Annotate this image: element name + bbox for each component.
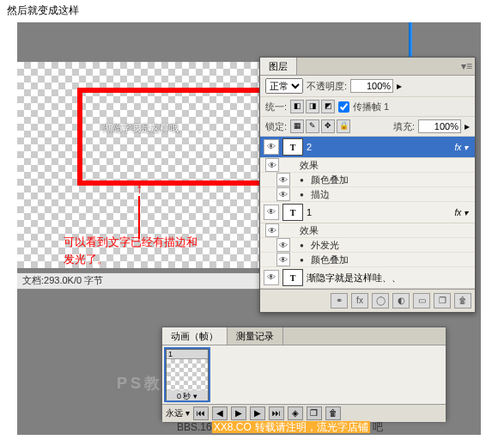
panel-tab-bar: 图层 ▾≡ xyxy=(260,58,475,76)
frame-thumbnail xyxy=(167,359,208,390)
frame-duration[interactable]: 0 秒 ▾ xyxy=(167,390,208,403)
document-canvas[interactable]: 渐隐字我是这样哦、、、 可以看到文字已经有描边和发光了。 xyxy=(17,62,276,268)
tab-animation[interactable]: 动画（帧） xyxy=(162,327,228,345)
canvas-text-layer[interactable]: 渐隐字我是这样哦、、、 xyxy=(103,122,207,135)
anim-tab-bar: 动画（帧） 测量记录 xyxy=(162,327,446,345)
opacity-label: 不透明度: xyxy=(307,80,347,93)
effect-row[interactable]: 👁外发光 xyxy=(260,238,475,253)
annotation-box xyxy=(77,88,268,186)
fill-input[interactable]: 100% xyxy=(418,119,461,133)
layer-item[interactable]: 👁 T 2 fx ▾ xyxy=(260,137,475,158)
layer-name[interactable]: 2 xyxy=(307,142,447,152)
lock-label: 锁定: xyxy=(265,120,287,133)
document-status-bar: 文档:293.0K/0 字节 xyxy=(17,272,287,290)
visibility-icon[interactable]: 👁 xyxy=(264,205,279,220)
opacity-input[interactable]: 100% xyxy=(350,79,393,93)
fill-flyout-icon[interactable]: ▸ xyxy=(465,120,470,132)
source-watermark: BBS.16XX8.CO转载请注明，流光字店铺 吧 xyxy=(177,420,383,435)
animation-frame[interactable]: 1 0 秒 ▾ xyxy=(166,349,209,400)
fill-label: 填充: xyxy=(393,120,415,133)
effect-row[interactable]: 👁颜色叠加 xyxy=(260,253,475,267)
duplicate-frame-icon[interactable]: ❐ xyxy=(307,406,322,420)
frame-strip: 1 0 秒 ▾ xyxy=(162,345,446,404)
delete-layer-icon[interactable]: 🗑 xyxy=(454,293,471,309)
fx-badge[interactable]: fx ▾ xyxy=(451,143,471,152)
layer-thumb-text: T xyxy=(282,269,303,286)
page-caption: 然后就变成这样 xyxy=(0,0,504,21)
layer-item[interactable]: 👁 T 渐隐字就是这样哇、、 xyxy=(260,267,475,289)
animation-panel: 动画（帧） 测量记录 1 0 秒 ▾ 永远 ▾ ⏮ ◀ ▶ ▶ ⏭ ◈ ❐ 🗑 xyxy=(161,327,446,419)
layer-list: 👁 T 2 fx ▾ 👁效果 👁颜色叠加 👁描边 👁 T 1 fx ▾ 👁效果 … xyxy=(260,137,475,289)
layer-name[interactable]: 渐隐字就是这样哇、、 xyxy=(307,272,471,284)
first-frame-icon[interactable]: ⏮ xyxy=(193,406,209,420)
frame-number: 1 xyxy=(167,350,208,359)
panel-menu-icon[interactable]: ▾≡ xyxy=(458,58,475,75)
opacity-flyout-icon[interactable]: ▸ xyxy=(397,80,402,92)
new-layer-icon[interactable]: ❐ xyxy=(434,293,451,309)
effect-row[interactable]: 👁效果 xyxy=(260,223,475,238)
last-frame-icon[interactable]: ⏭ xyxy=(269,406,284,420)
tab-measurement[interactable]: 测量记录 xyxy=(228,327,283,345)
layer-item[interactable]: 👁 T 1 fx ▾ xyxy=(260,202,475,223)
group-icon[interactable]: ▭ xyxy=(413,293,430,309)
adjustment-layer-icon[interactable]: ◐ xyxy=(392,293,410,309)
propagate-checkbox[interactable] xyxy=(338,101,349,113)
fx-badge[interactable]: fx ▾ xyxy=(451,208,471,217)
layer-name[interactable]: 1 xyxy=(307,207,447,217)
tab-layers[interactable]: 图层 xyxy=(260,58,297,75)
effect-row[interactable]: 👁颜色叠加 xyxy=(260,173,475,187)
blend-mode-select[interactable]: 正常 xyxy=(265,78,303,94)
loop-select[interactable]: 永远 ▾ xyxy=(166,407,190,419)
annotation-arrow xyxy=(136,182,143,239)
unify-label: 统一: xyxy=(265,101,287,113)
photoshop-workspace: 渐隐字我是这样哦、、、 可以看到文字已经有描边和发光了。 文档:293.0K/0… xyxy=(17,22,481,435)
layers-panel: 图层 ▾≡ 正常 不透明度: 100% ▸ 统一: ◧◨◩ 传播帧 1 锁定: … xyxy=(259,57,476,313)
layer-thumb-text: T xyxy=(282,138,303,156)
lock-buttons[interactable]: ▦✎✥🔒 xyxy=(290,119,350,133)
propagate-label: 传播帧 1 xyxy=(353,101,389,113)
delete-frame-icon[interactable]: 🗑 xyxy=(325,406,341,420)
layers-panel-footer: ⚭ fx ◯ ◐ ▭ ❐ 🗑 xyxy=(260,289,475,312)
next-frame-icon[interactable]: ▶ xyxy=(250,406,265,420)
layer-mask-icon[interactable]: ◯ xyxy=(372,293,389,309)
effect-row[interactable]: 👁描边 xyxy=(260,187,475,202)
effect-row[interactable]: 👁效果 xyxy=(260,158,475,173)
anim-controls: 永远 ▾ ⏮ ◀ ▶ ▶ ⏭ ◈ ❐ 🗑 xyxy=(162,404,446,422)
unify-buttons[interactable]: ◧◨◩ xyxy=(290,100,335,113)
guide-line xyxy=(409,22,412,57)
play-icon[interactable]: ▶ xyxy=(231,406,246,420)
visibility-icon[interactable]: 👁 xyxy=(264,270,279,285)
layer-style-icon[interactable]: fx xyxy=(351,293,368,309)
layer-thumb-text: T xyxy=(282,204,303,221)
visibility-icon[interactable]: 👁 xyxy=(264,139,279,155)
annotation-text: 可以看到文字已经有描边和发光了。 xyxy=(64,234,197,267)
prev-frame-icon[interactable]: ◀ xyxy=(212,406,228,420)
tween-icon[interactable]: ◈ xyxy=(288,406,303,420)
link-layers-icon[interactable]: ⚭ xyxy=(331,293,348,309)
